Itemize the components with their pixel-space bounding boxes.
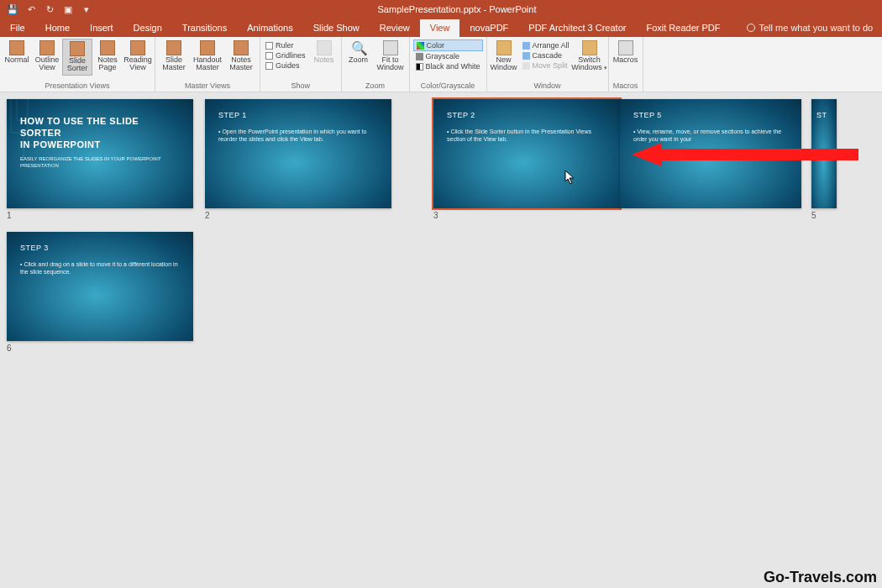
slide-thumbnail-1[interactable]: HOW TO USE THE SLIDE SORTERIN POWERPOINT… [7,99,193,220]
guides-checkbox[interactable]: Guides [265,60,306,71]
group-window: New Window Arrange All Cascade Move Spli… [487,37,609,92]
slide-master-button[interactable]: Slide Master [157,39,191,74]
notes-page-button[interactable]: Notes Page [92,39,123,76]
ruler-checkbox[interactable]: Ruler [265,40,306,50]
window-title: SamplePresentation.pptx - PowerPoint [99,4,815,14]
group-macros: Macros Macros [609,37,643,92]
ribbon-tabs: File Home Insert Design Transitions Anim… [0,18,882,37]
slide-step-label: STEP 5 [633,111,788,119]
tab-pdf-architect[interactable]: PDF Architect 3 Creator [518,19,636,37]
slide-bullet: • View, rename, move, or remove sections… [633,128,788,144]
tab-file[interactable]: File [0,19,35,37]
save-icon[interactable]: 💾 [7,3,18,15]
qat-customize-icon[interactable]: ▾ [81,3,92,15]
tab-transitions[interactable]: Transitions [172,19,237,37]
slide-number: 2 [205,211,391,220]
tab-design[interactable]: Design [123,19,172,37]
macros-button[interactable]: Macros [611,39,641,66]
group-label: Window [489,81,606,91]
tell-me-search[interactable]: Tell me what you want to do [747,23,873,37]
undo-icon[interactable]: ↶ [25,3,37,15]
slide-bullet: • Open the PowerPoint presentation in wh… [218,128,378,144]
fit-to-window-button[interactable]: Fit to Window [374,39,407,74]
color-button[interactable]: Color [413,39,483,51]
ribbon: Normal Outline View Slide Sorter Notes P… [0,37,882,92]
notes-master-button[interactable]: Notes Master [224,39,258,74]
slide-number: 6 [7,344,193,353]
group-presentation-views: Normal Outline View Slide Sorter Notes P… [0,37,155,92]
cascade-button[interactable]: Cascade [522,50,570,60]
tab-animations[interactable]: Animations [237,19,302,37]
zoom-button[interactable]: 🔍Zoom [344,39,374,74]
tab-review[interactable]: Review [370,19,420,37]
group-show: Ruler Gridlines Guides Notes Show [260,37,342,92]
group-color-grayscale: Color Grayscale Black and White Color/Gr… [410,37,487,92]
tab-slide-show[interactable]: Slide Show [303,19,370,37]
tab-view[interactable]: View [420,19,460,37]
slide-number: 1 [7,211,193,220]
lightbulb-icon [747,24,755,32]
group-master-views: Slide Master Handout Master Notes Master… [155,37,260,92]
quick-access-toolbar: 💾 ↶ ↻ ▣ ▾ [0,3,99,15]
handout-master-button[interactable]: Handout Master [191,39,224,74]
switch-windows-button[interactable]: Switch Windows▾ [573,39,606,74]
reading-view-button[interactable]: Reading View [123,39,153,76]
tab-home[interactable]: Home [35,19,80,37]
black-white-button[interactable]: Black and White [413,61,483,71]
grayscale-button[interactable]: Grayscale [413,51,483,61]
slide-thumbnail-6[interactable]: STEP 3 • Click and drag on a slide to mo… [7,232,193,353]
redo-icon[interactable]: ↻ [44,3,55,15]
slide-thumbnail-4[interactable]: STEP 5 • View, rename, move, or remove s… [620,99,801,220]
notes-button[interactable]: Notes [309,39,339,72]
slide-thumbnail-2[interactable]: STEP 1 • Open the PowerPoint presentatio… [205,99,391,220]
slide-number: 3 [433,211,620,220]
slide-step-label: STEP 1 [218,111,378,119]
slide-thumbnail-3[interactable]: STEP 2 • Click the Slide Sorter button i… [433,99,620,220]
group-label: Master Views [157,81,258,91]
move-split-button[interactable]: Move Split [522,60,570,71]
tab-foxit[interactable]: Foxit Reader PDF [636,19,730,37]
slide-step-label: STEP 3 [20,244,180,252]
slide-thumbnail-5[interactable]: ST 5 [811,99,837,220]
gridlines-checkbox[interactable]: Gridlines [265,50,306,60]
slide-bullet: • Click and drag on a slide to move it t… [20,260,180,276]
slide-step-label: ST [816,111,823,119]
tab-novapdf[interactable]: novaPDF [459,19,518,37]
watermark: Go-Travels.com [764,569,877,586]
slide-subtitle: EASILY REORGANIZE THE SLIDES IN YOUR POW… [20,155,180,169]
outline-view-button[interactable]: Outline View [32,39,62,76]
slide-step-label: STEP 2 [447,111,606,119]
slide-sorter-button[interactable]: Slide Sorter [62,39,92,76]
group-label: Show [262,81,339,91]
group-label: Color/Grayscale [412,81,485,91]
title-bar: 💾 ↶ ↻ ▣ ▾ SamplePresentation.pptx - Powe… [0,0,882,18]
slide-bullet: • Click the Slide Sorter button in the P… [447,128,606,144]
group-zoom: 🔍Zoom Fit to Window Zoom [342,37,410,92]
new-window-button[interactable]: New Window [489,39,519,74]
arrange-all-button[interactable]: Arrange All [522,40,570,50]
group-label: Macros [611,81,641,91]
slide-number: 5 [811,211,837,220]
normal-view-button[interactable]: Normal [2,39,32,76]
slide-sorter-pane[interactable]: HOW TO USE THE SLIDE SORTERIN POWERPOINT… [0,92,882,586]
group-label: Presentation Views [2,81,153,91]
tell-me-label: Tell me what you want to do [759,23,873,33]
tab-insert[interactable]: Insert [80,19,123,37]
group-label: Zoom [344,81,407,91]
start-from-beginning-icon[interactable]: ▣ [62,3,74,15]
